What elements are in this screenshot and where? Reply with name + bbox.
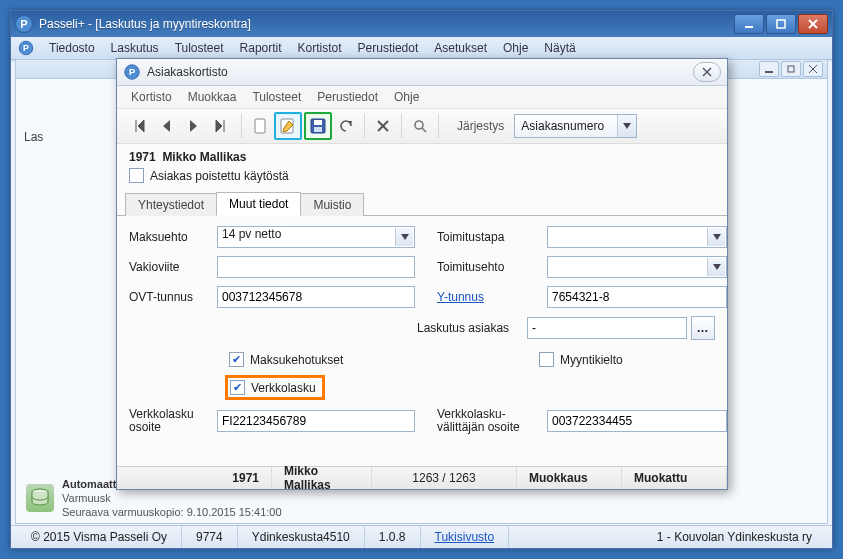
- myyntikielto-label: Myyntikielto: [560, 353, 623, 367]
- deleted-checkbox[interactable]: [129, 168, 144, 183]
- valittaja-input[interactable]: [547, 410, 727, 432]
- save-record-button[interactable]: [304, 112, 332, 140]
- sort-value: Asiakasnumero: [515, 119, 617, 133]
- maksuehto-label: Maksuehto: [129, 230, 217, 244]
- close-button[interactable]: [798, 14, 828, 34]
- dlg-status-name: Mikko Mallikas: [272, 467, 372, 489]
- main-menubar: P Tiedosto Laskutus Tulosteet Raportit K…: [11, 37, 832, 60]
- vakioviite-label: Vakioviite: [129, 260, 217, 274]
- dialog-title: Asiakaskortisto: [147, 65, 693, 79]
- customer-id: 1971: [129, 150, 156, 164]
- database-icon: [26, 484, 54, 512]
- maksuehto-value: 14 pv netto: [222, 227, 281, 241]
- svg-rect-15: [314, 127, 322, 132]
- mdi-minimize-button[interactable]: [759, 61, 779, 77]
- dlg-menu-tulosteet[interactable]: Tulosteet: [244, 88, 309, 106]
- chevron-down-icon: [395, 228, 413, 246]
- last-record-button[interactable]: [207, 114, 231, 138]
- toimitusehto-select[interactable]: [547, 256, 727, 278]
- minimize-button[interactable]: [734, 14, 764, 34]
- chevron-down-icon: [617, 115, 636, 137]
- mdi-restore-button[interactable]: [781, 61, 801, 77]
- chevron-down-icon: [707, 258, 725, 276]
- status-copyright: © 2015 Visma Passeli Oy: [17, 526, 182, 548]
- dlg-menu-perustiedot[interactable]: Perustiedot: [309, 88, 386, 106]
- svg-line-3: [809, 20, 817, 28]
- chevron-down-icon: [707, 228, 725, 246]
- verkkolasku-osoite-input[interactable]: [217, 410, 415, 432]
- auto-backup-line2: Seuraava varmuuskopio: 9.10.2015 15:41:0…: [62, 505, 282, 519]
- svg-rect-11: [255, 119, 265, 133]
- verkkolasku-label: Verkkolasku: [251, 381, 316, 395]
- svg-rect-1: [777, 20, 785, 28]
- dlg-status-changed: Muokattu: [622, 467, 727, 489]
- menu-tulosteet[interactable]: Tulosteet: [167, 39, 232, 57]
- maksuehto-select[interactable]: 14 pv netto: [217, 226, 415, 248]
- undo-button[interactable]: [334, 114, 358, 138]
- window-title: Passeli+ - [Laskutus ja myyntireskontra]: [39, 17, 732, 31]
- new-record-button[interactable]: [248, 114, 272, 138]
- svg-point-18: [415, 121, 423, 129]
- dialog-statusbar: 1971 Mikko Mallikas 1263 / 1263 Muokkaus…: [117, 466, 727, 489]
- side-panel-label: Las: [24, 130, 43, 144]
- maksukehotukset-label: Maksukehotukset: [250, 353, 343, 367]
- verkkolasku-highlight: Verkkolasku: [225, 375, 325, 400]
- menu-nayta[interactable]: Näytä: [536, 39, 583, 57]
- dlg-status-id: 1971: [117, 467, 272, 489]
- maximize-button[interactable]: [766, 14, 796, 34]
- first-record-button[interactable]: [129, 114, 153, 138]
- sort-combo[interactable]: Asiakasnumero: [514, 114, 637, 138]
- menu-perustiedot[interactable]: Perustiedot: [350, 39, 427, 57]
- dialog-icon: P: [124, 64, 139, 79]
- main-statusbar: © 2015 Visma Passeli Oy 9774 Ydinkeskust…: [11, 525, 832, 548]
- vakioviite-input[interactable]: [217, 256, 415, 278]
- menu-asetukset[interactable]: Asetukset: [426, 39, 495, 57]
- dlg-menu-muokkaa[interactable]: Muokkaa: [180, 88, 245, 106]
- laskutus-browse-button[interactable]: …: [691, 316, 715, 340]
- menu-tiedosto[interactable]: Tiedosto: [41, 39, 103, 57]
- verkkolasku-checkbox[interactable]: [230, 380, 245, 395]
- svg-line-19: [422, 128, 426, 132]
- menu-laskutus[interactable]: Laskutus: [103, 39, 167, 57]
- titlebar: P Passeli+ - [Laskutus ja myyntireskontr…: [11, 11, 832, 37]
- dlg-menu-ohje[interactable]: Ohje: [386, 88, 427, 106]
- status-code: 9774: [182, 526, 238, 548]
- tab-muistio[interactable]: Muistio: [300, 193, 364, 216]
- dialog-titlebar: P Asiakaskortisto: [117, 59, 727, 86]
- mdi-close-button[interactable]: [803, 61, 823, 77]
- toimitustapa-label: Toimitustapa: [437, 230, 547, 244]
- support-link[interactable]: Tukisivusto: [435, 530, 495, 544]
- status-version: 1.0.8: [365, 526, 421, 548]
- mdi-icon: P: [19, 41, 33, 55]
- menu-ohje[interactable]: Ohje: [495, 39, 536, 57]
- svg-rect-5: [788, 66, 794, 72]
- toimitusehto-label: Toimitusehto: [437, 260, 547, 274]
- laskutus-input[interactable]: [527, 317, 687, 339]
- tabs: Yhteystiedot Muut tiedot Muistio: [117, 191, 727, 216]
- form-panel: Maksuehto 14 pv netto Toimitustapa Vakio…: [117, 216, 727, 434]
- svg-line-2: [809, 20, 817, 28]
- ovt-label: OVT-tunnus: [129, 290, 217, 304]
- tab-yhteystiedot[interactable]: Yhteystiedot: [125, 193, 217, 216]
- laskutus-label: Laskutus asiakas: [417, 321, 527, 335]
- dlg-menu-kortisto[interactable]: Kortisto: [123, 88, 180, 106]
- deleted-label: Asiakas poistettu käytöstä: [150, 169, 289, 183]
- edit-record-button[interactable]: [274, 112, 302, 140]
- menu-raportit[interactable]: Raportit: [232, 39, 290, 57]
- dlg-status-mode: Muokkaus: [517, 467, 622, 489]
- auto-backup-line1: Varmuusk: [62, 491, 282, 505]
- toimitustapa-select[interactable]: [547, 226, 727, 248]
- ytunnus-input[interactable]: [547, 286, 727, 308]
- ytunnus-link[interactable]: Y-tunnus: [437, 290, 547, 304]
- dialog-close-button[interactable]: [693, 62, 721, 82]
- myyntikielto-checkbox[interactable]: [539, 352, 554, 367]
- next-record-button[interactable]: [181, 114, 205, 138]
- menu-kortistot[interactable]: Kortistot: [290, 39, 350, 57]
- delete-button[interactable]: [371, 114, 395, 138]
- prev-record-button[interactable]: [155, 114, 179, 138]
- tab-muut-tiedot[interactable]: Muut tiedot: [216, 192, 301, 216]
- dialog-menubar: Kortisto Muokkaa Tulosteet Perustiedot O…: [117, 86, 727, 109]
- maksukehotukset-checkbox[interactable]: [229, 352, 244, 367]
- search-button[interactable]: [408, 114, 432, 138]
- ovt-input[interactable]: [217, 286, 415, 308]
